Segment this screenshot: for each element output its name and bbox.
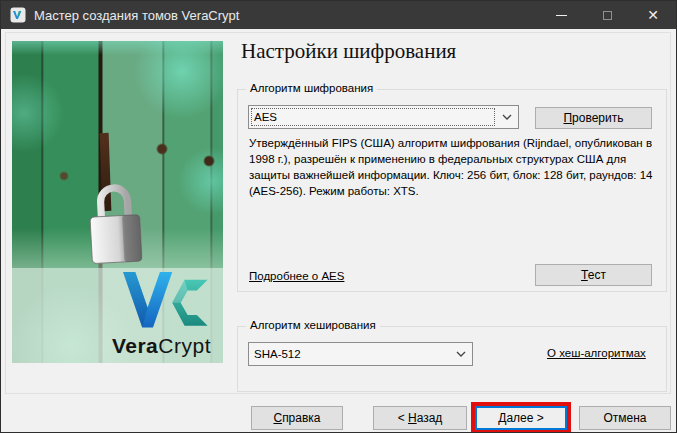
encryption-algorithm-select[interactable]: AES [248, 105, 519, 129]
padlock-icon [82, 171, 149, 268]
next-button[interactable]: Далее > [475, 406, 567, 430]
titlebar: Мастер создания томов VeraCrypt ✕ [1, 1, 676, 29]
encryption-algorithm-value: AES [254, 111, 277, 123]
benchmark-button[interactable]: Тест [535, 264, 652, 286]
close-icon: ✕ [647, 7, 659, 23]
veracrypt-wordmark: VeraCrypt [12, 334, 211, 358]
minimize-icon [556, 15, 567, 16]
hash-info-link[interactable]: О хеш-алгоритмах [547, 347, 646, 359]
cancel-button[interactable]: Отмена [579, 406, 671, 430]
chevron-down-icon [497, 107, 517, 127]
caption-buttons: ✕ [538, 1, 676, 29]
veracrypt-logo-icon [115, 272, 211, 332]
close-button[interactable]: ✕ [630, 1, 676, 29]
verify-button[interactable]: Проверить [535, 107, 652, 129]
back-button[interactable]: < Назад [373, 406, 467, 430]
help-button[interactable]: Справка [251, 406, 343, 430]
encryption-algorithm-group: Алгоритм шифрования AES Проверить Утверж… [237, 89, 667, 292]
hash-algorithm-value: SHA-512 [254, 348, 301, 360]
hash-algorithm-select[interactable]: SHA-512 [248, 342, 473, 366]
branding-band: VeraCrypt [12, 268, 223, 363]
minimize-button[interactable] [538, 1, 584, 29]
window-title: Мастер создания томов VeraCrypt [34, 8, 239, 23]
veracrypt-app-icon [10, 7, 26, 23]
chevron-down-icon [451, 344, 471, 364]
hash-group-label: Алгоритм хеширования [246, 319, 380, 331]
sidebar-photo: VeraCrypt [12, 41, 223, 363]
hash-algorithm-group: Алгоритм хеширования SHA-512 О хеш-алгор… [237, 326, 667, 392]
maximize-icon [603, 11, 612, 20]
wordmark-vera: Vera [112, 334, 158, 357]
wordmark-crypt: Crypt [158, 334, 211, 357]
page-title: Настройки шифрования [241, 39, 456, 64]
encryption-group-label: Алгоритм шифрования [246, 82, 377, 94]
more-about-aes-link[interactable]: Подробнее о AES [249, 270, 344, 282]
veracrypt-wizard-window: Мастер создания томов VeraCrypt ✕ [0, 0, 677, 433]
maximize-button[interactable] [584, 1, 630, 29]
algorithm-description: Утверждённый FIPS (США) алгоритм шифрова… [249, 135, 661, 199]
focus-rectangle [251, 108, 495, 126]
